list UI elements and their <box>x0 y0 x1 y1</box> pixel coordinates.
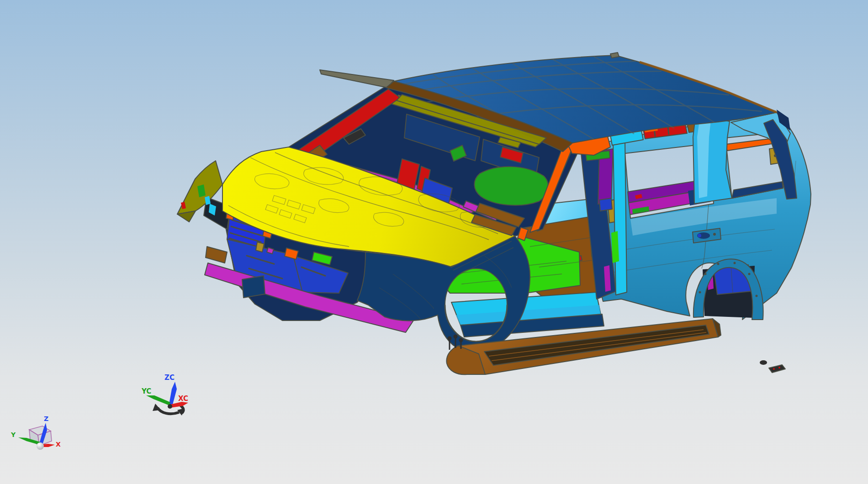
flange-rivet <box>748 273 751 275</box>
seat-trim-green[interactable] <box>474 167 548 205</box>
roof-antenna-tab[interactable] <box>610 53 619 58</box>
abs-z-label: Z <box>44 415 48 422</box>
flange-rivet <box>734 262 736 264</box>
wcs-y-label: YC <box>141 387 151 395</box>
door-handle-lock <box>698 234 701 237</box>
b-pillar-cyan-edge[interactable] <box>613 140 627 295</box>
abs-x-label: X <box>56 441 61 448</box>
flange-rivet <box>699 291 701 294</box>
flange-rivet <box>704 273 707 275</box>
chin-navy-box[interactable] <box>242 276 265 298</box>
wcs-origin[interactable] <box>168 404 172 409</box>
flange-rivet <box>756 295 758 297</box>
loose-bracket-dot <box>778 367 780 368</box>
wcs-x-label: XC <box>178 395 188 403</box>
b-pillar-green-strip[interactable] <box>611 231 619 263</box>
abs-origin-sphere[interactable] <box>37 442 44 450</box>
engine-bay-khaki[interactable] <box>256 242 264 252</box>
abs-y-label: Y <box>11 431 16 438</box>
loose-clip-part[interactable] <box>760 360 767 365</box>
loose-bracket-dot <box>773 368 775 370</box>
b-pillar-royal-box[interactable] <box>599 198 612 211</box>
flange-rivet <box>717 263 720 265</box>
wcs-z-label: ZC <box>164 374 175 382</box>
door-handle-key <box>713 233 716 236</box>
cad-viewport-canvas[interactable]: ZC YC XC Z Y X <box>0 0 868 484</box>
